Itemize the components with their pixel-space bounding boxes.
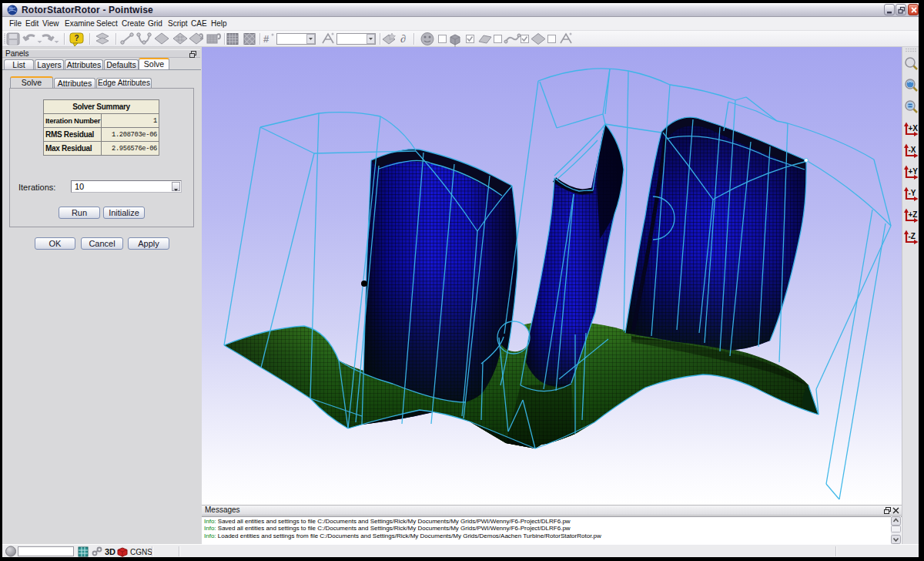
svg-text:CGNS: CGNS xyxy=(130,548,152,556)
svg-text:∂: ∂ xyxy=(400,33,406,45)
svg-text:?: ? xyxy=(74,34,79,42)
svg-text:-Y: -Y xyxy=(909,189,916,197)
svg-text:3D: 3D xyxy=(105,547,116,556)
svg-text:-X: -X xyxy=(909,146,916,154)
svg-text:-Z: -Z xyxy=(909,232,916,240)
svg-text:#: # xyxy=(263,33,270,45)
svg-text:+Z: +Z xyxy=(909,210,918,219)
svg-text:+X: +X xyxy=(909,124,919,133)
svg-text:+Y: +Y xyxy=(909,167,919,176)
